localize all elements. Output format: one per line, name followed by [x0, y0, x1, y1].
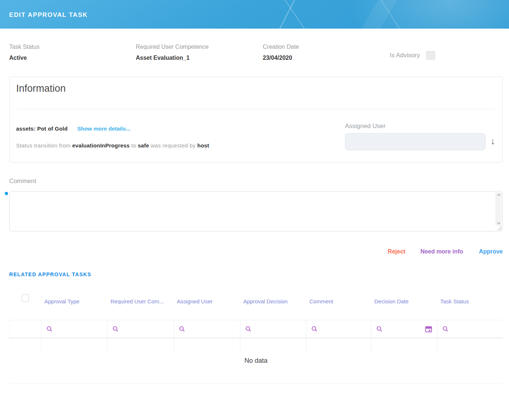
filter-cell-comment[interactable]: [306, 320, 371, 338]
is-advisory-group: Is Advisory: [390, 49, 435, 61]
required-user-competence-field: Required User Competence Asset Evaluatio…: [136, 43, 263, 61]
approve-button[interactable]: Approve: [479, 248, 503, 255]
column-divider: [306, 338, 306, 352]
search-icon: [179, 326, 185, 332]
column-divider: [41, 338, 41, 352]
transition-part1: Status transition from: [16, 142, 70, 149]
search-icon: [442, 326, 449, 332]
column-header-assigned-user[interactable]: Assigned User: [174, 292, 240, 320]
related-tasks-grid: Approval Type Required User Com... Assig…: [9, 292, 503, 384]
action-button-row: Reject Need more info Approve: [388, 248, 503, 255]
grid-header-row: Approval Type Required User Com... Assig…: [9, 292, 503, 320]
comment-textarea[interactable]: [9, 191, 503, 231]
select-all-cell: [9, 292, 41, 320]
information-divider: [16, 109, 496, 109]
filter-cell-assigned-user[interactable]: [174, 320, 240, 338]
filter-cell-required-user-competence[interactable]: [107, 320, 174, 338]
column-divider: [240, 338, 240, 352]
grid-empty-zone: No data: [9, 338, 503, 384]
search-icon: [311, 326, 318, 332]
column-divider: [371, 338, 371, 352]
transition-by-user: host: [197, 142, 209, 149]
creation-date-value: 23/04/2020: [263, 54, 390, 61]
column-divider: [437, 338, 437, 352]
scroll-up-icon[interactable]: [497, 193, 501, 196]
search-icon: [245, 326, 252, 332]
creation-date-field: Creation Date 23/04/2020: [263, 43, 390, 61]
task-meta-row: Task Status Active Required User Compete…: [9, 43, 503, 61]
filter-cell-approval-type[interactable]: [41, 320, 107, 338]
search-icon: [376, 326, 383, 332]
calendar-icon[interactable]: [425, 325, 432, 333]
column-header-decision-date[interactable]: Decision Date: [371, 292, 437, 320]
creation-date-label: Creation Date: [263, 43, 390, 50]
comment-label: Comment: [9, 178, 36, 185]
page-title: EDIT APPROVAL TASK: [9, 11, 88, 19]
related-approval-tasks-title: RELATED APPROVAL TASKS: [9, 271, 91, 277]
grid-filter-row: [9, 320, 503, 338]
transition-from-state: evaluationInProgress: [72, 142, 130, 149]
assigned-user-group: Assigned User ↓: [345, 123, 486, 150]
column-header-task-status[interactable]: Task Status: [437, 292, 503, 320]
need-more-info-button[interactable]: Need more info: [421, 248, 463, 255]
status-transition-text: Status transition from evaluationInProgr…: [16, 142, 209, 149]
filter-cell-task-status[interactable]: [437, 320, 503, 338]
information-title: Information: [16, 82, 66, 95]
column-header-comment[interactable]: Comment: [306, 292, 371, 320]
filter-cell-select: [9, 320, 41, 338]
is-advisory-checkbox[interactable]: [426, 51, 435, 60]
is-advisory-label: Is Advisory: [390, 52, 420, 59]
dropdown-arrow-icon[interactable]: ↓: [491, 136, 495, 147]
column-divider: [174, 338, 174, 352]
header-streak-decoration: [280, 0, 312, 29]
information-panel: Information assets: Pot of Gold Show mor…: [9, 77, 503, 162]
scroll-down-icon[interactable]: [497, 222, 501, 225]
show-more-details-link[interactable]: Show more details...: [77, 125, 130, 132]
assigned-user-input[interactable]: [345, 133, 486, 150]
transition-to-state: safe: [138, 142, 149, 149]
assets-label: assets:: [16, 125, 36, 132]
resize-grip-icon[interactable]: [497, 226, 502, 230]
column-header-approval-type[interactable]: Approval Type: [41, 292, 107, 320]
no-data-message: No data: [244, 357, 268, 365]
reject-button[interactable]: Reject: [388, 248, 406, 255]
column-divider: [107, 338, 108, 352]
filter-cell-approval-decision[interactable]: [240, 320, 306, 338]
task-status-label: Task Status: [9, 43, 136, 50]
select-all-checkbox[interactable]: [22, 295, 29, 302]
transition-part2: to: [131, 142, 136, 149]
title-bar: EDIT APPROVAL TASK: [0, 0, 509, 29]
assigned-user-label: Assigned User: [345, 123, 486, 130]
validation-dot-indicator: [5, 192, 8, 195]
search-icon: [112, 326, 119, 332]
search-icon: [46, 326, 53, 332]
task-status-value: Active: [9, 54, 136, 61]
required-user-competence-value: Asset Evaluation_1: [136, 54, 263, 61]
task-status-field: Task Status Active: [9, 43, 136, 61]
column-header-required-user-competence[interactable]: Required User Com...: [107, 292, 174, 320]
assets-value: Pot of Gold: [37, 125, 68, 132]
required-user-competence-label: Required User Competence: [136, 43, 263, 50]
transition-part3: was requested by: [151, 142, 196, 149]
column-header-approval-decision[interactable]: Approval Decision: [240, 292, 306, 320]
filter-cell-decision-date[interactable]: [371, 320, 437, 338]
assets-line: assets: Pot of Gold Show more details...: [16, 125, 131, 132]
textarea-scrollbar[interactable]: [495, 192, 502, 226]
